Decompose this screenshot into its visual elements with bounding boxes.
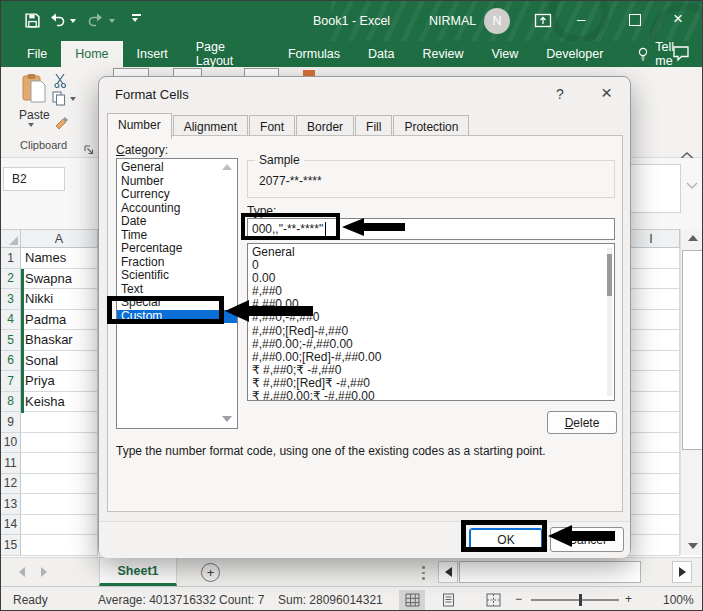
- cell-a2[interactable]: Swapna: [21, 269, 98, 290]
- type-scrollbar-thumb[interactable]: [607, 254, 612, 296]
- select-all-corner[interactable]: [1, 230, 21, 248]
- dialog-help-icon[interactable]: ?: [556, 86, 564, 102]
- cell-i12[interactable]: [623, 474, 680, 495]
- ribbon-display-options-icon[interactable]: [534, 12, 552, 33]
- row-header-10[interactable]: 10: [1, 433, 21, 454]
- cell-a6[interactable]: Sonal: [21, 351, 98, 372]
- clipboard-dialog-launcher-icon[interactable]: [84, 141, 94, 159]
- type-option-9[interactable]: ₹ #,##0;₹ -#,##0: [248, 364, 614, 377]
- format-painter-icon[interactable]: [54, 116, 70, 135]
- zoom-level[interactable]: 100%: [663, 593, 694, 607]
- hscroll-left-icon[interactable]: [438, 561, 458, 583]
- type-option-7[interactable]: #,##0.00;-#,##0.00: [248, 338, 614, 351]
- row-header-9[interactable]: 9: [1, 412, 21, 433]
- category-option-percentage[interactable]: Percentage: [117, 242, 237, 256]
- cell-i4[interactable]: [623, 310, 680, 331]
- zoom-out-button[interactable]: −: [515, 592, 522, 606]
- dialog-close-icon[interactable]: ×: [601, 82, 612, 104]
- tab-insert[interactable]: Insert: [123, 41, 182, 67]
- category-scroll-up-icon[interactable]: [222, 164, 232, 170]
- category-listbox[interactable]: General Number Currency Accounting Date …: [116, 158, 238, 429]
- row-header-1[interactable]: 1: [1, 248, 21, 269]
- tell-me-box[interactable]: Tell me: [617, 41, 703, 67]
- customize-quick-access-icon[interactable]: [132, 14, 141, 22]
- cell-a12[interactable]: [21, 474, 98, 495]
- tab-data[interactable]: Data: [354, 41, 408, 67]
- cell-i2[interactable]: [623, 269, 680, 290]
- undo-icon[interactable]: [48, 12, 66, 32]
- type-option-11[interactable]: ₹ #,##0.00;₹ -#,##0.00: [248, 390, 614, 401]
- cell-a8[interactable]: Keisha: [21, 392, 98, 413]
- row-header-12[interactable]: 12: [1, 474, 21, 495]
- row-header-11[interactable]: 11: [1, 453, 21, 474]
- cell-a15[interactable]: [21, 535, 98, 556]
- tab-page-layout[interactable]: Page Layout: [182, 41, 274, 67]
- row-header-3[interactable]: 3: [1, 289, 21, 310]
- paste-icon[interactable]: [21, 73, 47, 109]
- user-name[interactable]: NIRMAL: [429, 14, 476, 28]
- formula-bar[interactable]: [624, 164, 681, 213]
- type-option-6[interactable]: #,##0;[Red]-#,##0: [248, 325, 614, 338]
- column-header-a[interactable]: A: [21, 230, 98, 248]
- sheet-prev-icon[interactable]: [19, 567, 25, 577]
- category-option-date[interactable]: Date: [117, 215, 237, 229]
- cell-i8[interactable]: [623, 392, 680, 413]
- category-option-number[interactable]: Number: [117, 175, 237, 189]
- vertical-scrollbar-thumb[interactable]: [682, 250, 703, 450]
- row-header-7[interactable]: 7: [1, 371, 21, 392]
- zoom-slider-thumb[interactable]: [579, 594, 582, 606]
- close-button[interactable]: ×: [673, 11, 683, 26]
- row-header-4[interactable]: 4: [1, 310, 21, 331]
- type-listbox[interactable]: General 0 0.00 #,##0 #,##0.00 #,##0;-#,#…: [247, 243, 615, 401]
- type-option-8[interactable]: #,##0.00;[Red]-#,##0.00: [248, 351, 614, 364]
- category-option-accounting[interactable]: Accounting: [117, 202, 237, 216]
- status-mode[interactable]: Ready: [13, 593, 48, 607]
- tab-home[interactable]: Home: [61, 41, 122, 67]
- cell-i14[interactable]: [623, 515, 680, 536]
- cell-a10[interactable]: [21, 433, 98, 454]
- sheet-tab-sheet1[interactable]: Sheet1: [99, 558, 177, 586]
- copy-icon[interactable]: [52, 91, 66, 110]
- avatar[interactable]: N: [484, 8, 510, 34]
- cell-i6[interactable]: [623, 351, 680, 372]
- formula-bar-expand-icon[interactable]: [685, 176, 699, 194]
- normal-view-button[interactable]: [399, 590, 425, 610]
- delete-button[interactable]: Delete: [547, 411, 617, 434]
- tab-developer[interactable]: Developer: [532, 41, 617, 67]
- row-header-13[interactable]: 13: [1, 494, 21, 515]
- category-option-currency[interactable]: Currency: [117, 188, 237, 202]
- save-icon[interactable]: [24, 12, 41, 33]
- cell-i7[interactable]: [623, 371, 680, 392]
- page-break-view-button[interactable]: [480, 590, 506, 610]
- row-header-6[interactable]: 6: [1, 351, 21, 372]
- cell-a5[interactable]: Bhaskar: [21, 330, 98, 351]
- category-option-fraction[interactable]: Fraction: [117, 256, 237, 270]
- paste-label[interactable]: Paste: [19, 108, 50, 122]
- cell-a9[interactable]: [21, 412, 98, 433]
- cell-i15[interactable]: [623, 535, 680, 556]
- undo-dropdown-icon[interactable]: [70, 19, 76, 23]
- redo-dropdown-icon[interactable]: [109, 19, 115, 23]
- page-layout-view-button[interactable]: [435, 590, 461, 610]
- cell-i1[interactable]: [623, 248, 680, 269]
- dialog-tab-number[interactable]: Number: [107, 113, 172, 139]
- cell-i11[interactable]: [623, 453, 680, 474]
- new-sheet-button[interactable]: +: [201, 563, 220, 582]
- row-header-8[interactable]: 8: [1, 392, 21, 413]
- type-option-3[interactable]: #,##0: [248, 285, 614, 298]
- redo-icon[interactable]: [87, 12, 105, 32]
- column-header-i[interactable]: I: [623, 230, 680, 248]
- row-header-5[interactable]: 5: [1, 330, 21, 351]
- cell-i9[interactable]: [623, 412, 680, 433]
- zoom-slider-track[interactable]: [531, 599, 619, 601]
- tab-formulas[interactable]: Formulas: [274, 41, 354, 67]
- cell-i13[interactable]: [623, 494, 680, 515]
- row-header-2[interactable]: 2: [1, 269, 21, 290]
- type-option-2[interactable]: 0.00: [248, 272, 614, 285]
- copy-dropdown-icon[interactable]: [70, 97, 76, 101]
- cell-i5[interactable]: [623, 330, 680, 351]
- category-scroll-down-icon[interactable]: [222, 416, 232, 422]
- vertical-scrollbar[interactable]: [680, 229, 703, 555]
- category-option-time[interactable]: Time: [117, 229, 237, 243]
- horizontal-scrollbar-thumb[interactable]: [459, 561, 641, 583]
